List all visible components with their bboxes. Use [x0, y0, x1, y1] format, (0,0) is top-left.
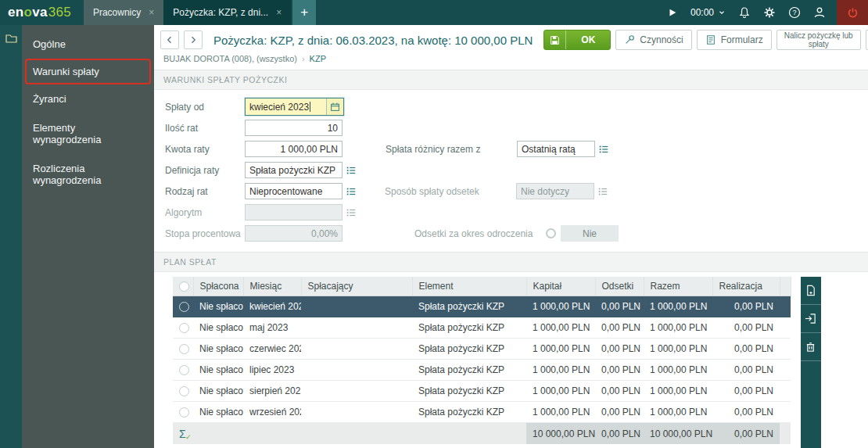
cell-element: Spłata pożyczki KZP — [412, 339, 526, 360]
sidebar-item[interactable]: Warunki spłaty — [25, 59, 151, 84]
ilosc-rat-value: 10 — [328, 123, 338, 134]
play-icon[interactable] — [667, 7, 678, 18]
nalicz-pozyczke-button[interactable]: Nalicz pożyczkę lub spłaty — [777, 30, 861, 50]
row-radio-icon[interactable] — [179, 386, 189, 396]
col-splacona[interactable]: Spłacona — [193, 277, 243, 296]
col-realizacja[interactable]: Realizacja — [712, 277, 780, 296]
user-icon[interactable] — [813, 6, 826, 19]
forward-button[interactable] — [184, 30, 203, 49]
list-select-icon[interactable] — [346, 165, 357, 176]
sidebar-item[interactable]: Ogólne — [22, 30, 154, 59]
table-row[interactable]: Nie spłacona kwiecień 2023 Spłata pożycz… — [173, 296, 791, 317]
rodzaj-rat-field[interactable]: Nieprocentowane — [245, 183, 343, 199]
czynnosci-button[interactable]: Czynności — [615, 30, 691, 50]
row-radio-icon[interactable] — [179, 407, 189, 418]
delete-record-icon — [805, 341, 816, 353]
nalicz-label: Nalicz pożyczkę lub spłaty — [782, 31, 855, 49]
tab-pracownicy[interactable]: Pracownicy × — [84, 0, 163, 25]
sidebar-item[interactable]: Elementy wynagrodzenia — [22, 113, 154, 154]
table-row[interactable]: Nie spłacona lipiec 2023 Spłata pożyczki… — [173, 360, 791, 381]
cell-realizacja: 0,00 PLN — [712, 381, 780, 402]
new-tab-button[interactable]: + — [292, 0, 316, 25]
kwota-raty-field[interactable]: 1 000,00 PLN — [245, 141, 343, 157]
splaty-od-value[interactable]: kwiecień 2023 — [246, 99, 327, 115]
cell-kapital: 1 000,00 PLN — [526, 296, 595, 317]
row-radio-icon[interactable] — [179, 302, 189, 312]
col-odsetki[interactable]: Odsetki — [595, 277, 644, 296]
breadcrumb-section[interactable]: KZP — [310, 54, 326, 63]
algorytm-label: Algorytm — [165, 207, 245, 218]
cell-realizacja: 0,00 PLN — [712, 360, 780, 381]
breadcrumb-person[interactable]: BUJAK DOROTA (008), (wszystko) — [163, 54, 297, 63]
cell-miesiac: wrzesień 2023 — [243, 402, 301, 423]
sposob-splaty-label: Sposób spłaty odsetek — [385, 186, 516, 197]
cell-splacajacy — [301, 402, 412, 423]
cell-splacona: Nie spłacona — [193, 339, 243, 360]
help-icon[interactable]: ? — [788, 6, 801, 19]
col-element[interactable]: Element — [412, 277, 526, 296]
open-record-button[interactable] — [801, 305, 821, 333]
cell-splacona: Nie spłacona — [193, 402, 243, 423]
kwota-raty-label: Kwota raty — [165, 144, 245, 155]
ok-button[interactable]: OK — [543, 30, 611, 50]
splata-roznicy-value: Ostatnią ratą — [522, 144, 576, 155]
add-record-button[interactable] — [801, 277, 821, 305]
cell-splacajacy — [301, 339, 412, 360]
list-select-icon[interactable] — [346, 186, 357, 197]
col-splacajacy[interactable]: Spłacający — [301, 277, 412, 296]
tab-close-icon[interactable]: × — [149, 8, 154, 17]
back-button[interactable] — [160, 30, 179, 49]
table-section-title: PLAN SPŁAT — [154, 252, 868, 272]
plan-splat-table: Spłacona Miesiąc Spłacający Element Kapi… — [173, 277, 791, 444]
settings-icon[interactable] — [763, 6, 776, 19]
tab-close-icon[interactable]: × — [276, 8, 282, 17]
row-radio-icon[interactable] — [179, 365, 189, 375]
table-row[interactable]: Nie spłacona sierpień 2023 Spłata pożycz… — [173, 381, 791, 402]
cell-splacona: Nie spłacona — [193, 296, 243, 317]
tab-pozyczka[interactable]: Pożyczka: KZP, z dni... × — [163, 0, 291, 25]
list-select-icon[interactable] — [598, 144, 609, 155]
sidebar-item[interactable]: Żyranci — [22, 84, 154, 113]
sidebar-item[interactable]: Rozliczenia wynagrodzenia — [22, 154, 154, 195]
delete-record-button[interactable] — [801, 333, 821, 361]
cell-splacajacy — [301, 296, 412, 317]
cell-realizacja: 0,00 PLN — [712, 317, 780, 339]
rodzaj-rat-value: Nieprocentowane — [249, 186, 322, 197]
definicja-raty-field[interactable]: Spłata pożyczki KZP — [245, 162, 343, 178]
work-timer[interactable]: 00:00 — [690, 7, 726, 18]
page-title: Pożyczka: KZP, z dnia: 06.03.2023, na kw… — [213, 34, 533, 47]
row-radio-icon[interactable] — [179, 323, 189, 333]
form-section-title: WARUNKI SPŁATY POŻYCZKI — [154, 70, 868, 90]
col-razem[interactable]: Razem — [644, 277, 712, 296]
table-row[interactable]: Nie spłacona czerwiec 2023 Spłata pożycz… — [173, 339, 791, 360]
folder-icon[interactable] — [5, 32, 18, 448]
cell-splacona: Nie spłacona — [193, 381, 243, 402]
splata-roznicy-field[interactable]: Ostatnią ratą — [517, 141, 595, 157]
table-row[interactable]: Nie spłacona wrzesień 2023 Spłata pożycz… — [173, 402, 791, 423]
left-icon-strip — [0, 25, 22, 448]
odsetki-odroczenia-toggle[interactable]: Nie — [546, 225, 619, 242]
table-row[interactable]: Nie spłacona maj 2023 Spłata pożyczki KZ… — [173, 317, 791, 339]
splaty-od-field[interactable]: kwiecień 2023 — [245, 98, 344, 116]
cell-kapital: 1 000,00 PLN — [526, 317, 595, 339]
add-record-icon — [805, 285, 816, 296]
row-radio-icon[interactable] — [179, 344, 189, 354]
cell-element: Spłata pożyczki KZP — [412, 317, 526, 339]
formularz-button[interactable]: Formularz — [697, 30, 772, 50]
col-kapital[interactable]: Kapitał — [526, 277, 595, 296]
definicja-raty-label: Definicja raty — [165, 165, 245, 176]
cell-miesiac: czerwiec 2023 — [243, 339, 301, 360]
cell-odsetki: 0,00 PLN — [595, 339, 644, 360]
sum-realizacja: 0,00 PLN — [712, 423, 780, 444]
main-panel: Pożyczka: KZP, z dnia: 06.03.2023, na kw… — [154, 25, 868, 448]
logout-power-button[interactable] — [837, 0, 868, 25]
cell-razem: 1 000,00 PLN — [644, 339, 712, 360]
sidebar-item-label: Warunki spłaty — [33, 66, 99, 77]
cell-miesiac: sierpień 2023 — [243, 381, 301, 402]
sum-razem: 10 000,00 PLN — [644, 423, 712, 444]
radio-icon — [179, 281, 189, 292]
ilosc-rat-field[interactable]: 10 — [245, 120, 343, 136]
col-miesiac[interactable]: Miesiąc — [243, 277, 301, 296]
calendar-icon[interactable] — [327, 99, 343, 115]
notifications-icon[interactable] — [738, 6, 751, 19]
